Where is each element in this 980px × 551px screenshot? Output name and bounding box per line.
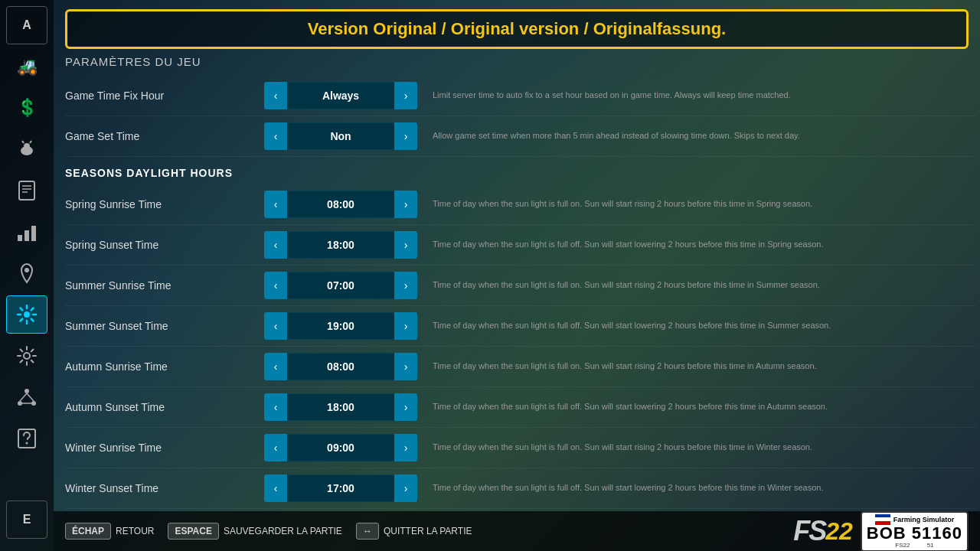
svg-line-17	[20, 393, 27, 401]
setting-label-winter-sunrise: Winter Sunrise Time	[65, 442, 264, 454]
desc-spring-sunset: Time of day when the sun light is full o…	[417, 239, 976, 250]
svg-line-3	[30, 141, 31, 143]
value-summer-sunset: 19:00	[287, 312, 394, 340]
decrement-winter-sunset[interactable]: ‹	[264, 474, 287, 502]
decrement-summer-sunset[interactable]: ‹	[264, 312, 287, 340]
version-banner: Version Original / Original version / Or…	[65, 9, 969, 49]
setting-label-summer-sunset: Summer Sunset Time	[65, 320, 264, 332]
desc-game-set-time: Allow game set time when more than 5 min…	[417, 130, 976, 142]
setting-control-summer-sunset: ‹ 19:00 ›	[264, 312, 417, 340]
label-retour: RETOUR	[116, 526, 154, 536]
svg-rect-4	[19, 181, 34, 200]
increment-autumn-sunrise[interactable]: ›	[394, 353, 417, 380]
desc-game-time-fix-hour: Limit server time to auto fix to a set h…	[417, 90, 976, 101]
svg-point-11	[24, 268, 29, 272]
label-sauvegarder: SAUVEGARDER LA PARTIE	[224, 526, 342, 536]
fs-number: 22	[825, 517, 853, 546]
setting-label-summer-sunrise: Summer Sunrise Time	[65, 279, 264, 292]
increment-winter-sunrise[interactable]: ›	[394, 434, 417, 461]
hint-quitter: ↔ QUITTER LA PARTIE	[356, 523, 472, 540]
setting-control-autumn-sunset: ‹ 18:00 ›	[264, 393, 417, 421]
setting-row-game-set-time: Game Set Time ‹ Non › Allow game set tim…	[65, 116, 976, 157]
sidebar-item-network[interactable]	[6, 378, 47, 416]
bottom-bar: ÉCHAP RETOUR ESPACE SAUVEGARDER LA PARTI…	[54, 511, 980, 551]
setting-label-autumn-sunset: Autumn Sunset Time	[65, 401, 264, 413]
decrement-autumn-sunrise[interactable]: ‹	[264, 353, 287, 380]
decrement-game-set-time[interactable]: ‹	[264, 122, 287, 150]
setting-control-summer-sunrise: ‹ 07:00 ›	[264, 272, 417, 299]
sidebar-item-contracts[interactable]	[6, 171, 47, 210]
decrement-summer-sunrise[interactable]: ‹	[264, 272, 287, 299]
setting-label-game-time-fix-hour: Game Time Fix Hour	[65, 90, 264, 102]
section-title-seasons: SEASONS DAYLIGHT HOURS	[65, 167, 233, 179]
decrement-autumn-sunset[interactable]: ‹	[264, 393, 287, 421]
sidebar-item-gameplay-settings[interactable]	[6, 295, 47, 334]
sidebar-item-money[interactable]: 💲	[6, 89, 47, 127]
decrement-spring-sunset[interactable]: ‹	[264, 231, 287, 259]
value-summer-sunrise: 07:00	[287, 272, 394, 299]
increment-winter-sunset[interactable]: ›	[394, 474, 417, 502]
setting-row-summer-sunrise: Summer Sunrise Time ‹ 07:00 › Time of da…	[65, 266, 976, 306]
setting-row-winter-sunrise: Winter Sunrise Time ‹ 09:00 › Time of da…	[65, 428, 976, 468]
increment-spring-sunrise[interactable]: ›	[394, 191, 417, 218]
setting-row-game-time-fix-hour: Game Time Fix Hour ‹ Always › Limit serv…	[65, 76, 976, 116]
key-echap[interactable]: ÉCHAP	[65, 523, 111, 540]
sidebar-item-animals[interactable]	[6, 130, 47, 168]
value-spring-sunrise: 08:00	[287, 191, 394, 218]
svg-rect-10	[31, 226, 36, 241]
setting-control-winter-sunset: ‹ 17:00 ›	[264, 474, 417, 502]
value-game-time-fix-hour: Always	[287, 82, 394, 109]
decrement-winter-sunrise[interactable]: ‹	[264, 434, 287, 461]
setting-row-autumn-sunrise: Autumn Sunrise Time ‹ 08:00 › Time of da…	[65, 347, 976, 387]
setting-row-spring-sunrise: Spring Sunrise Time ‹ 08:00 › Time of da…	[65, 184, 976, 225]
increment-game-set-time[interactable]: ›	[394, 122, 417, 150]
sidebar-item-settings[interactable]	[6, 337, 47, 375]
sidebar-item-tractor[interactable]: 🚜	[6, 47, 47, 86]
setting-control-autumn-sunrise: ‹ 08:00 ›	[264, 353, 417, 380]
page-title: PARAMÈTRES DU JEU	[65, 55, 969, 68]
sidebar: A 🚜 💲 E	[0, 0, 54, 551]
section-header-seasons: SEASONS DAYLIGHT HOURS	[65, 157, 976, 184]
increment-summer-sunset[interactable]: ›	[394, 312, 417, 340]
increment-game-time-fix-hour[interactable]: ›	[394, 82, 417, 109]
desc-winter-sunrise: Time of day when the sun light is full o…	[417, 442, 976, 453]
increment-spring-sunset[interactable]: ›	[394, 231, 417, 259]
hint-espace: ESPACE SAUVEGARDER LA PARTIE	[168, 523, 341, 540]
increment-summer-sunrise[interactable]: ›	[394, 272, 417, 299]
svg-point-1	[24, 143, 30, 149]
decrement-spring-sunrise[interactable]: ‹	[264, 191, 287, 218]
value-winter-sunrise: 09:00	[287, 434, 394, 461]
plate-number: BOB 51160	[867, 525, 962, 542]
key-espace[interactable]: ESPACE	[168, 523, 218, 540]
fs22-logo: FS 22	[793, 515, 853, 547]
svg-point-21	[26, 442, 28, 445]
sidebar-item-production[interactable]	[6, 213, 47, 251]
setting-row-winter-sunset: Winter Sunset Time ‹ 17:00 › Time of day…	[65, 468, 976, 509]
svg-rect-8	[18, 235, 22, 241]
value-spring-sunset: 18:00	[287, 231, 394, 259]
settings-area: Game Time Fix Hour ‹ Always › Limit serv…	[54, 76, 980, 511]
increment-autumn-sunset[interactable]: ›	[394, 393, 417, 421]
desc-summer-sunset: Time of day when the sun light is full o…	[417, 320, 976, 331]
svg-line-18	[27, 393, 34, 401]
sidebar-item-a[interactable]: A	[6, 6, 47, 44]
desc-winter-sunset: Time of day when the sun light is full o…	[417, 482, 976, 494]
value-autumn-sunrise: 08:00	[287, 353, 394, 380]
setting-label-game-set-time: Game Set Time	[65, 130, 264, 142]
svg-point-13	[24, 353, 30, 359]
sidebar-item-help[interactable]	[6, 419, 47, 458]
hint-echap: ÉCHAP RETOUR	[65, 523, 154, 540]
setting-control-game-time-fix-hour: ‹ Always ›	[264, 82, 417, 109]
label-quitter: QUITTER LA PARTIE	[384, 526, 472, 536]
setting-control-spring-sunrise: ‹ 08:00 ›	[264, 191, 417, 218]
setting-label-winter-sunset: Winter Sunset Time	[65, 482, 264, 494]
plate-subtitle: FS22 51	[895, 542, 933, 549]
sidebar-item-e[interactable]: E	[6, 500, 47, 539]
bottom-logos: FS 22 Farming Simulator BOB 51160 FS22 5…	[793, 511, 969, 552]
setting-row-summer-sunset: Summer Sunset Time ‹ 19:00 › Time of day…	[65, 306, 976, 347]
key-arrows[interactable]: ↔	[356, 523, 379, 540]
sidebar-item-map[interactable]	[6, 254, 47, 292]
value-autumn-sunset: 18:00	[287, 393, 394, 421]
settings-scroll[interactable]: Game Time Fix Hour ‹ Always › Limit serv…	[54, 76, 980, 511]
decrement-game-time-fix-hour[interactable]: ‹	[264, 82, 287, 109]
